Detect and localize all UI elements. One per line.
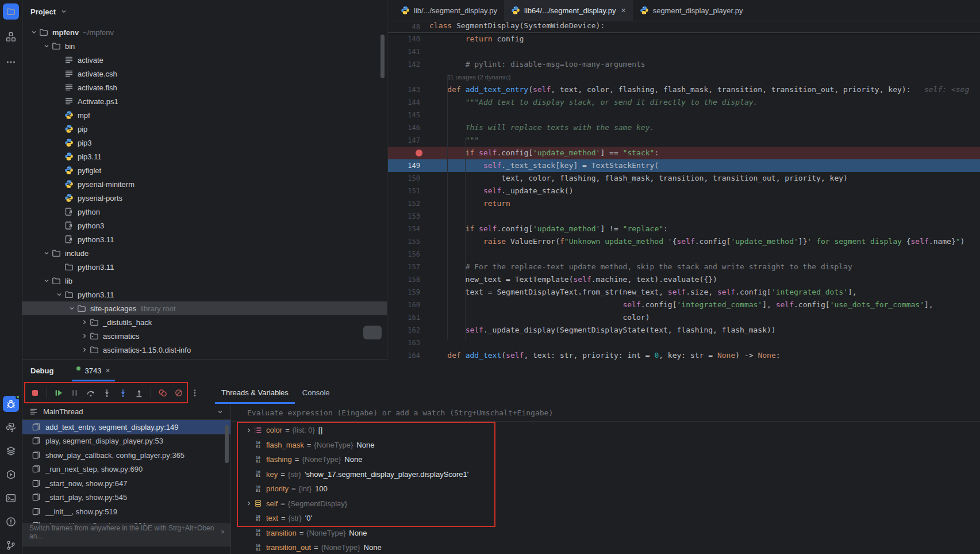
line-number[interactable]: 160 — [388, 299, 429, 311]
resume-button[interactable] — [52, 386, 66, 400]
close-icon[interactable]: × — [621, 6, 625, 15]
line-number[interactable]: 149 — [388, 159, 429, 172]
frame-row[interactable]: show_play_callback, config_player.py:365 — [22, 448, 230, 463]
chevron-right-icon[interactable] — [80, 318, 89, 327]
chevron-down-icon[interactable] — [42, 276, 51, 285]
line-number[interactable]: 162 — [388, 324, 429, 337]
line-number[interactable]: 146 — [388, 121, 429, 134]
line-number[interactable]: 164 — [388, 349, 429, 360]
line-number[interactable]: 155 — [388, 235, 429, 248]
pause-button[interactable] — [68, 386, 82, 400]
tree-item-pyserial-ports[interactable]: pyserial-ports — [22, 191, 387, 205]
line-number[interactable]: 142 — [388, 58, 429, 71]
chevron-down-icon[interactable] — [55, 290, 64, 299]
frame-row[interactable]: __init__, show.py:519 — [22, 505, 230, 519]
problems-button[interactable] — [3, 514, 19, 530]
line-number[interactable]: 156 — [388, 248, 429, 261]
line-number[interactable]: 143 — [388, 83, 429, 96]
variable-row-flashing[interactable]: 1001flashing={NoneType}None — [232, 452, 980, 467]
step-out-button[interactable] — [132, 386, 146, 400]
stop-button[interactable] — [28, 386, 42, 400]
chevron-down-icon[interactable] — [42, 41, 51, 51]
git-branch-button[interactable] — [3, 537, 19, 553]
tree-item-python3.11[interactable]: python3.11 — [22, 260, 387, 274]
line-number[interactable]: 154 — [388, 223, 429, 235]
folder-button[interactable] — [3, 3, 19, 20]
view-breakpoints-button[interactable] — [156, 386, 170, 400]
tree-item-pyfiglet[interactable]: pyfiglet — [22, 163, 387, 177]
frame-row[interactable]: _start_play, show.py:545 — [22, 491, 230, 505]
tree-item-pyserial-miniterm[interactable]: pyserial-miniterm — [22, 177, 387, 191]
line-number[interactable]: 147 — [388, 134, 429, 147]
frames-scrollbar[interactable] — [225, 425, 229, 463]
editor-tab-3[interactable]: segment_display_player.py — [633, 0, 750, 21]
variable-row-transition_out[interactable]: 1001transition_out={NoneType}None — [232, 540, 980, 554]
tree-item-pip3.11[interactable]: pip3.11 — [22, 150, 387, 163]
variable-row-transition[interactable]: 1001transition={NoneType}None — [232, 526, 980, 541]
thread-selector[interactable]: MainThread — [22, 404, 230, 420]
editor-tab-2[interactable]: lib64/.../segment_display.py× — [504, 0, 633, 21]
structure-button[interactable] — [3, 29, 19, 45]
services-play-button[interactable] — [3, 467, 19, 483]
variable-row-priority[interactable]: 1001priority={int}100 — [232, 482, 980, 496]
chevron-right-icon[interactable] — [244, 500, 253, 507]
frame-row[interactable]: _start_now, show.py:647 — [22, 476, 230, 491]
tree-item-Activate.ps1[interactable]: Activate.ps1 — [22, 94, 387, 108]
variable-row-key[interactable]: 1001key={str}'show_17.segment_display_pl… — [232, 467, 980, 482]
more-vertical-button[interactable] — [188, 386, 202, 400]
tree-item-site-packages[interactable]: site-packageslibrary root — [22, 301, 387, 315]
line-number[interactable]: 158 — [388, 273, 429, 286]
tree-item-activate.csh[interactable]: activate.csh — [22, 67, 387, 81]
more-horizontal-button[interactable] — [3, 54, 19, 70]
line-number[interactable]: 151 — [388, 185, 429, 197]
chevron-down-icon[interactable] — [29, 28, 39, 37]
terminal-button[interactable] — [3, 490, 19, 506]
tree-item-python3.11[interactable]: python3.11 — [22, 232, 387, 246]
tree-item-activate.fish[interactable]: activate.fish — [22, 81, 387, 94]
line-number[interactable]: 152 — [388, 197, 429, 210]
chevron-right-icon[interactable] — [80, 345, 89, 354]
debug-tab-console[interactable]: Console — [295, 381, 337, 404]
tree-item-include[interactable]: include — [22, 246, 387, 260]
usages-inlay[interactable]: 11 usages (2 dynamic) — [388, 71, 980, 83]
editor-tab-1[interactable]: lib/.../segment_display.py — [394, 0, 504, 21]
layers-button[interactable] — [3, 443, 19, 459]
tree-item-mpf[interactable]: mpf — [22, 108, 387, 122]
line-number[interactable]: 140 — [388, 33, 429, 45]
line-number[interactable]: 161 — [388, 311, 429, 324]
tree-scrollbar-thumb[interactable] — [363, 326, 382, 339]
tree-item-bin[interactable]: bin — [22, 39, 387, 53]
tree-item-mpfenv[interactable]: mpfenv~/mpfenv — [22, 25, 387, 39]
tree-item-activate[interactable]: activate — [22, 53, 387, 67]
tree-item-python3[interactable]: python3 — [22, 219, 387, 232]
mute-breakpoints-button[interactable] — [172, 386, 186, 400]
close-icon[interactable]: × — [221, 528, 225, 536]
chevron-down-icon[interactable] — [216, 407, 225, 417]
line-number[interactable]: 150 — [388, 172, 429, 185]
breakpoint-icon[interactable] — [416, 150, 422, 156]
frame-row[interactable]: play, segment_display_player.py:53 — [22, 434, 230, 449]
tree-item-asciimatics-1.15.0.dist-info[interactable]: asciimatics-1.15.0.dist-info — [22, 343, 387, 357]
variable-row-flash_mask[interactable]: 1001flash_mask={NoneType}None — [232, 438, 980, 453]
frame-row[interactable]: _run_next_step, show.py:690 — [22, 463, 230, 477]
close-icon[interactable]: × — [105, 366, 110, 375]
variable-row-text[interactable]: 1001text={str}'0' — [232, 511, 980, 526]
python-logo-button[interactable] — [3, 419, 19, 435]
line-number[interactable]: 157 — [388, 261, 429, 273]
evaluate-expression-input[interactable]: Evaluate expression (Eingabe) or add a w… — [232, 404, 980, 422]
variable-row-self[interactable]: self={SegmentDisplay} — [232, 496, 980, 511]
line-number[interactable]: 163 — [388, 337, 429, 349]
tree-vertical-scrollbar[interactable] — [381, 35, 385, 78]
force-step-into-button[interactable] — [116, 386, 130, 400]
line-number[interactable]: 159 — [388, 286, 429, 299]
tree-item-python[interactable]: python — [22, 205, 387, 219]
variable-row-color[interactable]: color={list: 0}[] — [232, 423, 980, 438]
debug-button[interactable] — [3, 396, 19, 412]
tree-item-pip[interactable]: pip — [22, 122, 387, 136]
code-area[interactable]: 140 return config141142 # pylint: disabl… — [388, 33, 980, 360]
debug-tab-threads-variables[interactable]: Threads & Variables — [214, 381, 295, 404]
chevron-right-icon[interactable] — [244, 427, 253, 434]
line-number[interactable]: 145 — [388, 109, 429, 121]
debug-session-tab[interactable]: 3743 × — [71, 360, 116, 381]
chevron-down-icon[interactable] — [42, 249, 51, 258]
